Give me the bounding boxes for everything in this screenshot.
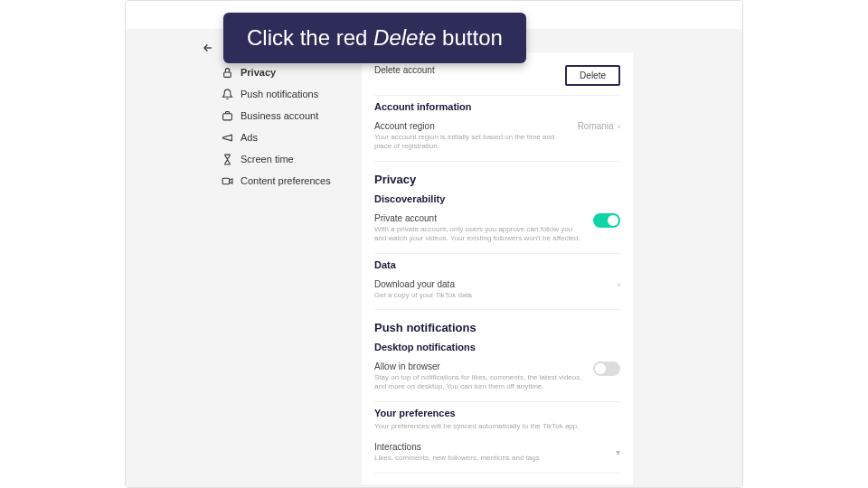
allow-in-browser-toggle[interactable] bbox=[593, 361, 620, 376]
callout-prefix: Click the red bbox=[247, 25, 373, 50]
sidebar-item-label: Privacy bbox=[241, 67, 276, 78]
download-data-help: Get a copy of your TikTok data bbox=[374, 291, 609, 300]
sidebar-item-privacy[interactable]: Privacy bbox=[221, 61, 343, 83]
megaphone-icon bbox=[221, 131, 233, 144]
svg-rect-1 bbox=[222, 113, 231, 119]
interactions-label: Interactions bbox=[374, 442, 607, 452]
sidebar-item-ads[interactable]: Ads bbox=[221, 127, 343, 148]
private-account-row: Private account With a private account, … bbox=[374, 208, 620, 254]
svg-rect-2 bbox=[222, 178, 230, 184]
allow-in-browser-label: Allow in browser bbox=[374, 361, 584, 371]
interactions-help: Likes, comments, new followers, mentions… bbox=[374, 454, 607, 463]
chevron-right-icon: › bbox=[618, 121, 620, 131]
your-preferences-help: Your preferences will be synced automati… bbox=[374, 422, 620, 431]
allow-in-browser-row: Allow in browser Stay on top of notifica… bbox=[374, 356, 620, 402]
callout-suffix: button bbox=[436, 25, 502, 50]
sidebar-item-label: Business account bbox=[241, 110, 318, 121]
interactions-row[interactable]: Interactions Likes, comments, new follow… bbox=[374, 436, 620, 473]
desktop-notifications-heading: Desktop notifications bbox=[374, 342, 620, 352]
allow-in-browser-help: Stay on top of notifications for likes, … bbox=[374, 373, 584, 392]
hourglass-icon bbox=[221, 153, 233, 165]
account-region-help: Your account region is initially set bas… bbox=[374, 133, 569, 152]
sidebar-item-label: Ads bbox=[241, 132, 258, 143]
briefcase-icon bbox=[221, 109, 233, 122]
callout-italic: Delete bbox=[373, 25, 436, 50]
chevron-right-icon: › bbox=[618, 279, 620, 289]
lock-icon bbox=[221, 66, 233, 79]
private-account-label: Private account bbox=[374, 213, 584, 223]
account-region-row[interactable]: Account region Your account region is in… bbox=[374, 116, 620, 162]
private-account-toggle[interactable] bbox=[593, 213, 620, 228]
privacy-heading: Privacy bbox=[374, 173, 620, 186]
private-account-help: With a private account, only users you a… bbox=[374, 225, 584, 244]
sidebar-item-screen-time[interactable]: Screen time bbox=[221, 148, 343, 170]
chevron-down-icon: ▾ bbox=[616, 447, 620, 457]
main-panel: Delete account Delete Account informatio… bbox=[362, 52, 633, 484]
sidebar-item-push-notifications[interactable]: Push notifications bbox=[221, 83, 343, 105]
discoverability-heading: Discoverability bbox=[374, 193, 620, 204]
delete-account-label: Delete account bbox=[374, 65, 556, 75]
back-arrow-icon[interactable] bbox=[202, 42, 214, 54]
your-preferences-heading: Your preferences bbox=[374, 408, 620, 418]
delete-button[interactable]: Delete bbox=[565, 65, 620, 86]
download-data-label: Download your data bbox=[374, 279, 609, 289]
instruction-callout: Click the red Delete button bbox=[223, 13, 526, 63]
svg-rect-0 bbox=[223, 71, 231, 76]
sidebar-item-label: Push notifications bbox=[241, 89, 318, 99]
video-icon bbox=[221, 174, 233, 187]
account-region-value: Romania bbox=[578, 121, 614, 131]
push-notifications-heading: Push notifications bbox=[374, 321, 620, 334]
download-data-row[interactable]: Download your data Get a copy of your Ti… bbox=[374, 274, 620, 310]
bell-icon bbox=[221, 88, 233, 100]
sidebar: Privacy Push notifications Business acco… bbox=[221, 61, 343, 192]
sidebar-item-business[interactable]: Business account bbox=[221, 105, 343, 127]
sidebar-item-label: Screen time bbox=[241, 154, 294, 164]
data-heading: Data bbox=[374, 259, 620, 270]
sidebar-item-content-preferences[interactable]: Content preferences bbox=[221, 170, 343, 192]
account-region-label: Account region bbox=[374, 121, 569, 131]
delete-account-row: Delete account Delete bbox=[374, 60, 620, 96]
account-information-heading: Account information bbox=[374, 101, 620, 112]
sidebar-item-label: Content preferences bbox=[241, 175, 331, 186]
